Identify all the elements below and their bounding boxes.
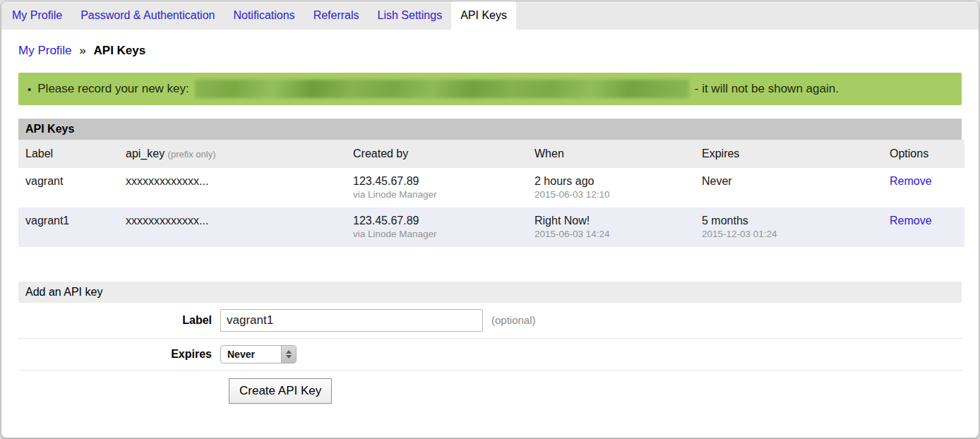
tab-my-profile[interactable]: My Profile (3, 1, 71, 30)
add-api-key-section: Add an API key Label (optional) Expires … (18, 282, 962, 414)
profile-tabs: My Profile Password & Authentication Not… (1, 1, 979, 30)
remove-key-link[interactable]: Remove (890, 175, 932, 187)
expires-cell: 5 months 2015-12-03 01:24 (695, 208, 883, 247)
column-header-options: Options (883, 140, 964, 168)
column-header-expires: Expires (695, 140, 883, 168)
tab-lish-settings[interactable]: Lish Settings (369, 1, 452, 30)
api-keys-panel: API Keys Label api_key (prefix only) Cre… (18, 119, 962, 247)
alert-prefix-text: Please record your new key: (37, 82, 189, 96)
created-via-text: via Linode Manager (353, 189, 527, 200)
when-cell: 2 hours ago 2015-06-03 12:10 (527, 168, 695, 208)
label-input[interactable] (220, 309, 483, 332)
column-header-created-by: Created by (346, 140, 527, 168)
created-via-text: via Linode Manager (353, 229, 527, 240)
linode-manager-window: My Profile Password & Authentication Not… (1, 1, 979, 438)
api-keys-table: Label api_key (prefix only) Created by W… (18, 140, 964, 247)
column-header-label: Label (18, 140, 119, 168)
api-key-prefix-note: (prefix only) (168, 149, 216, 160)
table-row: vagrant xxxxxxxxxxxxx... 123.45.67.89 vi… (18, 168, 964, 208)
new-key-alert: • Please record your new key: - it will … (18, 73, 962, 105)
column-header-api-key: api_key (prefix only) (119, 140, 346, 168)
expires-select-value: Never (227, 349, 255, 360)
tab-password-authentication[interactable]: Password & Authentication (71, 1, 224, 30)
created-by-cell: 123.45.67.89 via Linode Manager (346, 168, 527, 208)
remove-key-link[interactable]: Remove (890, 215, 932, 227)
bullet-icon: • (28, 83, 31, 95)
tab-api-keys[interactable]: API Keys (451, 1, 516, 30)
expires-field-row: Expires Never (18, 339, 962, 371)
create-api-key-button[interactable]: Create API Key (229, 378, 332, 404)
breadcrumb-separator: » (79, 44, 85, 57)
options-cell: Remove (883, 208, 964, 247)
table-row: vagrant1 xxxxxxxxxxxxx... 123.45.67.89 v… (18, 208, 964, 247)
expires-date-text: 2015-12-03 01:24 (702, 229, 883, 240)
when-date-text: 2015-06-03 12:10 (534, 189, 695, 200)
alert-suffix-text: - it will not be shown again. (695, 82, 839, 96)
submit-row: Create API Key (18, 371, 962, 414)
when-cell: Right Now! 2015-06-03 14:24 (527, 208, 695, 247)
page-content: My Profile » API Keys • Please record yo… (1, 44, 979, 414)
label-field-label: Label (18, 314, 220, 327)
when-date-text: 2015-06-03 14:24 (534, 229, 695, 240)
optional-note: (optional) (491, 314, 536, 326)
created-by-cell: 123.45.67.89 via Linode Manager (346, 208, 527, 247)
tab-notifications[interactable]: Notifications (224, 1, 304, 30)
expires-cell: Never (695, 168, 883, 208)
table-header-row: Label api_key (prefix only) Created by W… (18, 140, 964, 168)
key-label-cell: vagrant (18, 168, 119, 208)
expires-select[interactable]: Never (220, 345, 297, 363)
key-prefix-cell: xxxxxxxxxxxxx... (119, 168, 346, 208)
breadcrumb-my-profile-link[interactable]: My Profile (18, 44, 72, 57)
redacted-api-key (195, 80, 689, 98)
breadcrumb-current: API Keys (94, 44, 146, 57)
options-cell: Remove (883, 168, 964, 208)
expires-field-label: Expires (18, 348, 220, 361)
api-keys-panel-title: API Keys (18, 119, 962, 140)
key-prefix-cell: xxxxxxxxxxxxx... (119, 208, 346, 247)
add-api-key-title: Add an API key (18, 282, 962, 303)
breadcrumb: My Profile » API Keys (18, 44, 962, 58)
chevron-up-down-icon (281, 345, 296, 363)
column-header-when: When (527, 140, 695, 168)
key-label-cell: vagrant1 (18, 208, 119, 247)
tab-referrals[interactable]: Referrals (304, 1, 369, 30)
label-field-row: Label (optional) (18, 303, 962, 339)
